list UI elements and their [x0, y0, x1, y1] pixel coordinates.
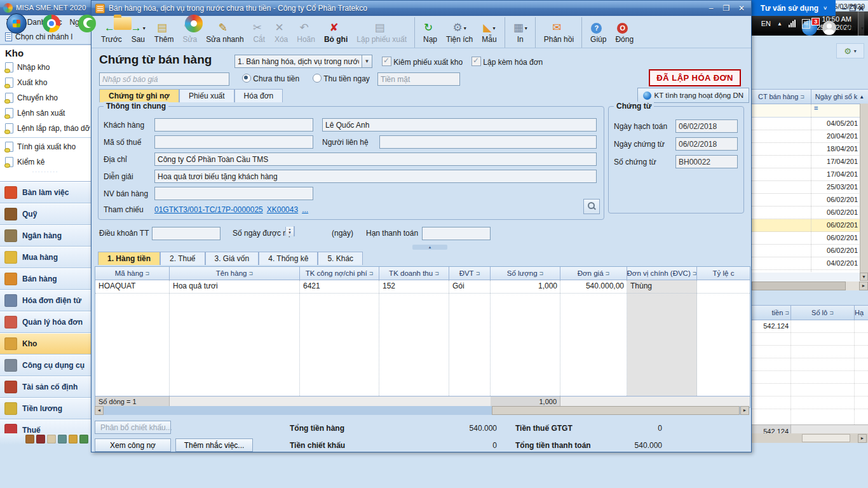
mini-module-icon[interactable] — [58, 435, 67, 444]
view-debt-button[interactable]: Xem công nợ — [95, 438, 171, 452]
checkbox-lap-kem[interactable]: Lập kèm hóa đơn — [471, 57, 543, 67]
dropdown-arrow-icon[interactable]: ▾ — [525, 25, 527, 31]
sidebar-nav-item[interactable]: Bàn làm việc — [0, 182, 91, 203]
settings-dropdown[interactable]: ⚙ ▾ — [836, 43, 864, 58]
support-button[interactable]: Tư vấn sử dụng ˅ — [752, 0, 836, 16]
grid-row[interactable]: 17/04/201 — [752, 156, 868, 168]
step-down-icon[interactable]: ▼ — [285, 230, 294, 236]
scrollbar-thumb[interactable] — [492, 406, 740, 415]
toolbar-button[interactable]: O ▾ Đóng — [611, 17, 638, 48]
column-header[interactable]: CT bán hàng⊐ — [752, 90, 811, 104]
add-reminder-button[interactable]: Thêm nhắc việc... — [175, 438, 253, 452]
grid-row[interactable]: 25/03/201 — [752, 181, 868, 194]
quote-number-input[interactable] — [99, 72, 229, 86]
detail-tab[interactable]: 2. Thuế — [160, 252, 205, 265]
mini-module-icon[interactable] — [69, 435, 78, 444]
avatar[interactable] — [822, 21, 836, 35]
address-input[interactable] — [154, 152, 597, 166]
scroll-right-icon[interactable]: ► — [859, 281, 868, 290]
close-button[interactable]: ✕ — [736, 4, 747, 13]
pin-icon[interactable]: ⊐ — [476, 271, 480, 276]
dropdown-arrow-icon[interactable]: ▾ — [464, 25, 466, 31]
chevron-down-icon[interactable]: ▼ — [362, 55, 372, 68]
radio-icon[interactable] — [313, 74, 322, 83]
user-menu-arrow-icon[interactable]: ▾ — [861, 25, 864, 31]
minimize-button[interactable]: – — [705, 4, 717, 13]
mini-module-icon[interactable] — [79, 435, 88, 444]
toolbar-button[interactable]: ✘ ▾ Bỏ ghi — [320, 17, 352, 48]
detail-tab[interactable]: 5. Khác — [318, 252, 363, 265]
close-button[interactable]: ✕ — [857, 4, 865, 13]
document-tab[interactable]: Chứng từ ghi nợ — [99, 89, 179, 102]
column-header[interactable]: ĐVT⊐ — [449, 267, 491, 280]
mini-module-icon[interactable] — [36, 435, 45, 444]
kt-status-button[interactable]: KT tình trạng hoạt động DN — [637, 88, 749, 103]
filter-operator[interactable]: = — [811, 104, 818, 117]
toolbar-button[interactable]: ▤ ▾ Thêm — [150, 17, 179, 48]
dropdown-arrow-icon[interactable]: ▾ — [492, 25, 495, 31]
column-header[interactable]: Tên hàng⊐ — [170, 267, 300, 280]
radio-icon[interactable] — [242, 74, 251, 83]
panel-resize-grip[interactable]: ········· — [0, 170, 91, 175]
customer-code-input[interactable] — [154, 118, 313, 132]
terms-input[interactable] — [152, 227, 220, 240]
toolbar-button[interactable]: ↻ ▾ Nạp — [419, 17, 442, 48]
safely-remove-icon[interactable] — [802, 19, 810, 29]
toolbar-button[interactable]: ✕ ▾ Xóa — [270, 17, 292, 48]
start-button[interactable] — [6, 13, 27, 34]
column-header[interactable]: Số lượng⊐ — [491, 267, 560, 280]
dropdown-arrow-icon[interactable]: ▾ — [143, 25, 146, 31]
detail-tab[interactable]: 3. Giá vốn — [205, 252, 259, 265]
radio-paid-now[interactable]: Thu tiền ngay — [313, 74, 370, 83]
grid-row[interactable]: 06/02/201 — [752, 232, 868, 245]
posting-date-input[interactable] — [675, 119, 738, 133]
user-name[interactable]: Liên — [841, 24, 856, 32]
table-horizontal-scrollbar[interactable]: ◄ ► — [95, 406, 749, 415]
toolbar-button[interactable]: ⚙ ▾ Tiện ích — [442, 17, 477, 48]
column-header[interactable]: Số lô⊐ — [791, 306, 855, 320]
grid-row[interactable]: 542.124 — [752, 320, 868, 333]
toolbar-button[interactable]: ▤ ▾ Lập phiếu xuất — [352, 17, 415, 48]
grid-row[interactable]: 04/05/201 — [752, 118, 868, 130]
sidebar-item[interactable]: Xuất kho — [0, 75, 91, 90]
seller-input[interactable] — [154, 187, 313, 200]
mini-module-icon[interactable] — [25, 435, 34, 444]
pin-icon[interactable]: ⊐ — [785, 310, 789, 316]
detail-tab[interactable]: 4. Thống kê — [259, 252, 318, 265]
sidebar-nav-item[interactable]: Hóa đơn điện tử — [0, 290, 91, 311]
column-header[interactable]: Mã hàng⊐ — [95, 267, 170, 280]
document-tab[interactable]: Phiếu xuất — [179, 89, 234, 102]
grid-row[interactable]: 20/04/201 — [752, 130, 868, 143]
radio-not-paid[interactable]: Chưa thu tiền — [242, 74, 299, 83]
reference-link[interactable]: 01GTKT3/001-TC/17P-0000025 — [154, 205, 263, 214]
document-tab[interactable]: Hóa đơn — [234, 89, 283, 102]
sidebar-nav-item[interactable]: Mua hàng — [0, 247, 91, 268]
minimize-button[interactable]: – — [840, 4, 848, 13]
detail-tab[interactable]: 1. Hàng tiền — [98, 252, 160, 265]
payment-method-input[interactable] — [377, 72, 460, 86]
sidebar-nav-item[interactable]: Kho — [0, 333, 91, 355]
column-header[interactable]: Hạ — [855, 306, 868, 320]
sidebar-nav-item[interactable]: Tài sản cố định — [0, 376, 91, 398]
grid-horizontal-scrollbar[interactable]: ► — [752, 433, 868, 443]
scroll-right-icon[interactable]: ► — [858, 434, 867, 443]
voucher-type-select[interactable]: ▼ — [234, 55, 372, 68]
checkbox-icon[interactable] — [382, 57, 391, 66]
pin-icon[interactable]: ⊐ — [606, 271, 610, 276]
grid-row[interactable]: 17/04/201 — [752, 168, 868, 181]
column-header[interactable]: Tỷ lệ c — [697, 267, 750, 280]
debt-days-stepper[interactable]: ▲ ▼ — [294, 226, 295, 236]
doc-date-input[interactable] — [675, 137, 738, 151]
grid-horizontal-scrollbar[interactable]: ► — [752, 281, 868, 290]
grid-row[interactable]: 06/02/201 — [752, 194, 868, 207]
zoom-search-button[interactable] — [583, 199, 600, 214]
pin-icon[interactable]: ⊐ — [146, 271, 150, 276]
toolbar-button[interactable]: ◣ ▾ Mẫu — [477, 17, 505, 48]
pin-icon[interactable]: ⊐ — [693, 271, 697, 276]
reference-link[interactable]: XK00043 — [267, 205, 298, 214]
toolbar-button[interactable]: ? ▾ Giúp — [586, 17, 611, 48]
grid-row[interactable]: 06/02/201 — [752, 219, 868, 232]
sidebar-nav-item[interactable]: Tiền lương — [0, 398, 91, 419]
due-date-input[interactable] — [422, 227, 491, 240]
grid-row[interactable]: 06/02/201 — [752, 207, 868, 219]
